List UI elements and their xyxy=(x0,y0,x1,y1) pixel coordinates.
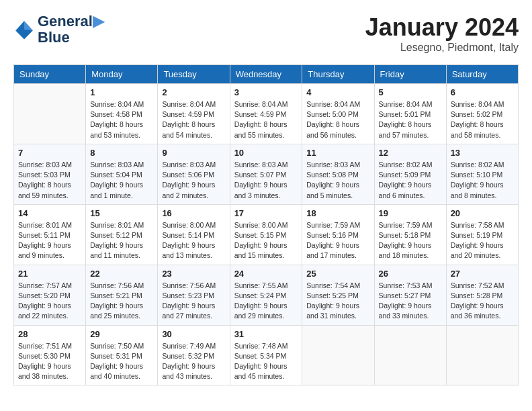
day-info: Sunrise: 7:56 AMSunset: 5:21 PMDaylight:… xyxy=(90,281,153,322)
day-number: 10 xyxy=(234,148,298,158)
calendar-cell: 17Sunrise: 8:00 AMSunset: 5:15 PMDayligh… xyxy=(230,204,302,265)
day-info: Sunrise: 8:03 AMSunset: 5:03 PMDaylight:… xyxy=(18,160,81,201)
day-info: Sunrise: 7:59 AMSunset: 5:16 PMDaylight:… xyxy=(306,220,369,261)
day-number: 1 xyxy=(90,87,153,97)
calendar-table: SundayMondayTuesdayWednesdayThursdayFrid… xyxy=(13,64,519,385)
calendar-cell: 30Sunrise: 7:49 AMSunset: 5:32 PMDayligh… xyxy=(158,325,230,385)
calendar-week-2: 7Sunrise: 8:03 AMSunset: 5:03 PMDaylight… xyxy=(14,144,519,204)
day-info: Sunrise: 8:01 AMSunset: 5:11 PMDaylight:… xyxy=(18,220,81,261)
day-number: 16 xyxy=(162,208,225,218)
calendar-week-1: 1Sunrise: 8:04 AMSunset: 4:58 PMDaylight… xyxy=(14,84,519,144)
calendar-cell: 20Sunrise: 7:58 AMSunset: 5:19 PMDayligh… xyxy=(446,204,518,265)
day-number: 30 xyxy=(162,329,225,339)
day-info: Sunrise: 7:58 AMSunset: 5:19 PMDaylight:… xyxy=(451,220,514,261)
calendar-cell: 5Sunrise: 8:04 AMSunset: 5:01 PMDaylight… xyxy=(374,84,446,144)
calendar-cell: 27Sunrise: 7:52 AMSunset: 5:28 PMDayligh… xyxy=(446,265,518,325)
day-number: 3 xyxy=(234,87,298,97)
day-info: Sunrise: 8:04 AMSunset: 4:59 PMDaylight:… xyxy=(162,99,225,140)
calendar-cell: 10Sunrise: 8:03 AMSunset: 5:07 PMDayligh… xyxy=(230,144,302,204)
day-info: Sunrise: 8:03 AMSunset: 5:04 PMDaylight:… xyxy=(90,160,153,201)
calendar-week-4: 21Sunrise: 7:57 AMSunset: 5:20 PMDayligh… xyxy=(14,265,519,325)
day-number: 25 xyxy=(306,269,369,279)
day-number: 2 xyxy=(162,87,225,97)
day-info: Sunrise: 7:48 AMSunset: 5:34 PMDaylight:… xyxy=(234,341,298,382)
day-number: 8 xyxy=(90,148,153,158)
page-header: General▶ Blue January 2024 Lesegno, Pied… xyxy=(13,13,519,54)
calendar-cell: 13Sunrise: 8:02 AMSunset: 5:10 PMDayligh… xyxy=(446,144,518,204)
calendar-cell: 28Sunrise: 7:51 AMSunset: 5:30 PMDayligh… xyxy=(14,325,86,385)
calendar-cell: 19Sunrise: 7:59 AMSunset: 5:18 PMDayligh… xyxy=(374,204,446,265)
calendar-cell: 29Sunrise: 7:50 AMSunset: 5:31 PMDayligh… xyxy=(86,325,158,385)
calendar-cell: 3Sunrise: 8:04 AMSunset: 4:59 PMDaylight… xyxy=(230,84,302,144)
calendar-cell: 25Sunrise: 7:54 AMSunset: 5:25 PMDayligh… xyxy=(302,265,374,325)
day-number: 22 xyxy=(90,269,153,279)
day-info: Sunrise: 7:57 AMSunset: 5:20 PMDaylight:… xyxy=(18,281,81,322)
calendar-cell: 11Sunrise: 8:03 AMSunset: 5:08 PMDayligh… xyxy=(302,144,374,204)
calendar-cell: 9Sunrise: 8:03 AMSunset: 5:06 PMDaylight… xyxy=(158,144,230,204)
day-info: Sunrise: 8:04 AMSunset: 5:02 PMDaylight:… xyxy=(451,99,514,140)
day-info: Sunrise: 7:51 AMSunset: 5:30 PMDaylight:… xyxy=(18,341,81,382)
calendar-cell: 15Sunrise: 8:01 AMSunset: 5:12 PMDayligh… xyxy=(86,204,158,265)
day-number: 9 xyxy=(162,148,225,158)
day-info: Sunrise: 7:54 AMSunset: 5:25 PMDaylight:… xyxy=(306,281,369,322)
day-info: Sunrise: 7:50 AMSunset: 5:31 PMDaylight:… xyxy=(90,341,153,382)
day-info: Sunrise: 7:52 AMSunset: 5:28 PMDaylight:… xyxy=(451,281,514,322)
svg-marker-1 xyxy=(24,21,33,30)
day-info: Sunrise: 8:04 AMSunset: 4:58 PMDaylight:… xyxy=(90,99,153,140)
calendar-cell: 18Sunrise: 7:59 AMSunset: 5:16 PMDayligh… xyxy=(302,204,374,265)
day-info: Sunrise: 8:04 AMSunset: 4:59 PMDaylight:… xyxy=(234,99,298,140)
calendar-cell: 7Sunrise: 8:03 AMSunset: 5:03 PMDaylight… xyxy=(14,144,86,204)
calendar-cell: 4Sunrise: 8:04 AMSunset: 5:00 PMDaylight… xyxy=(302,84,374,144)
day-info: Sunrise: 8:03 AMSunset: 5:06 PMDaylight:… xyxy=(162,160,225,201)
day-number: 6 xyxy=(451,87,514,97)
day-number: 4 xyxy=(306,87,369,97)
logo: General▶ Blue xyxy=(13,13,104,46)
weekday-header-wednesday: Wednesday xyxy=(230,65,302,84)
day-number: 23 xyxy=(162,269,225,279)
calendar-cell: 23Sunrise: 7:56 AMSunset: 5:23 PMDayligh… xyxy=(158,265,230,325)
day-info: Sunrise: 7:49 AMSunset: 5:32 PMDaylight:… xyxy=(162,341,225,382)
day-number: 27 xyxy=(451,269,514,279)
calendar-cell: 12Sunrise: 8:02 AMSunset: 5:09 PMDayligh… xyxy=(374,144,446,204)
day-number: 15 xyxy=(90,208,153,218)
calendar-body: 1Sunrise: 8:04 AMSunset: 4:58 PMDaylight… xyxy=(14,84,519,385)
logo-icon xyxy=(13,19,35,40)
day-number: 20 xyxy=(451,208,514,218)
weekday-header-thursday: Thursday xyxy=(302,65,374,84)
calendar-cell xyxy=(302,325,374,385)
calendar-cell: 22Sunrise: 7:56 AMSunset: 5:21 PMDayligh… xyxy=(86,265,158,325)
day-info: Sunrise: 7:53 AMSunset: 5:27 PMDaylight:… xyxy=(379,281,442,322)
day-number: 18 xyxy=(306,208,369,218)
calendar-cell: 31Sunrise: 7:48 AMSunset: 5:34 PMDayligh… xyxy=(230,325,302,385)
day-number: 24 xyxy=(234,269,298,279)
calendar-week-5: 28Sunrise: 7:51 AMSunset: 5:30 PMDayligh… xyxy=(14,325,519,385)
weekday-header-saturday: Saturday xyxy=(446,65,518,84)
day-number: 5 xyxy=(379,87,442,97)
day-info: Sunrise: 8:03 AMSunset: 5:07 PMDaylight:… xyxy=(234,160,298,201)
calendar-cell: 24Sunrise: 7:55 AMSunset: 5:24 PMDayligh… xyxy=(230,265,302,325)
calendar-cell: 1Sunrise: 8:04 AMSunset: 4:58 PMDaylight… xyxy=(86,84,158,144)
calendar-cell: 26Sunrise: 7:53 AMSunset: 5:27 PMDayligh… xyxy=(374,265,446,325)
weekday-header-tuesday: Tuesday xyxy=(158,65,230,84)
logo-text: General▶ Blue xyxy=(38,13,104,46)
calendar-cell: 8Sunrise: 8:03 AMSunset: 5:04 PMDaylight… xyxy=(86,144,158,204)
calendar-cell xyxy=(374,325,446,385)
calendar-cell: 6Sunrise: 8:04 AMSunset: 5:02 PMDaylight… xyxy=(446,84,518,144)
day-info: Sunrise: 8:04 AMSunset: 5:00 PMDaylight:… xyxy=(306,99,369,140)
day-info: Sunrise: 8:02 AMSunset: 5:10 PMDaylight:… xyxy=(451,160,514,201)
calendar-cell: 16Sunrise: 8:00 AMSunset: 5:14 PMDayligh… xyxy=(158,204,230,265)
day-number: 21 xyxy=(18,269,81,279)
calendar-cell xyxy=(446,325,518,385)
weekday-header-sunday: Sunday xyxy=(14,65,86,84)
day-number: 29 xyxy=(90,329,153,339)
day-info: Sunrise: 7:56 AMSunset: 5:23 PMDaylight:… xyxy=(162,281,225,322)
calendar-header-row: SundayMondayTuesdayWednesdayThursdayFrid… xyxy=(14,65,519,84)
calendar-cell xyxy=(14,84,86,144)
day-number: 7 xyxy=(18,148,81,158)
day-info: Sunrise: 8:04 AMSunset: 5:01 PMDaylight:… xyxy=(379,99,442,140)
day-info: Sunrise: 8:00 AMSunset: 5:14 PMDaylight:… xyxy=(162,220,225,261)
day-number: 11 xyxy=(306,148,369,158)
day-info: Sunrise: 8:00 AMSunset: 5:15 PMDaylight:… xyxy=(234,220,298,261)
calendar-cell: 21Sunrise: 7:57 AMSunset: 5:20 PMDayligh… xyxy=(14,265,86,325)
day-number: 19 xyxy=(379,208,442,218)
